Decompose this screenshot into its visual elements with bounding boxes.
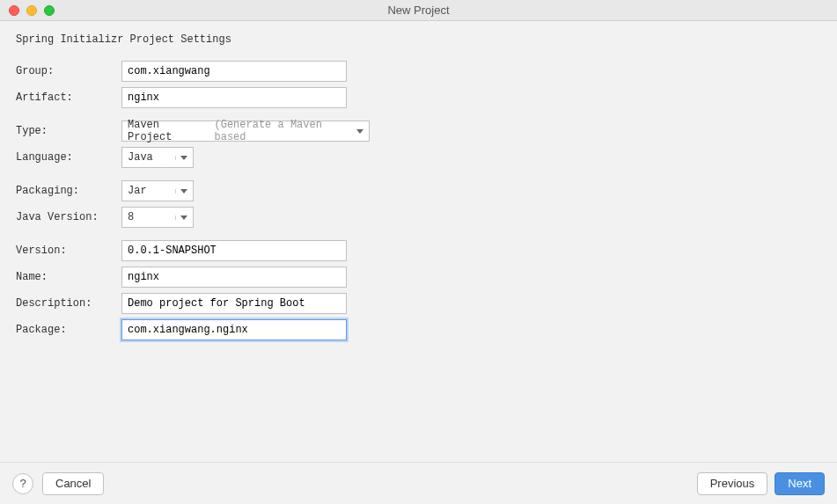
- window-controls: [9, 5, 55, 16]
- java-version-label: Java Version:: [16, 211, 121, 223]
- packaging-select-value: Jar: [128, 185, 147, 197]
- description-label: Description:: [16, 297, 121, 310]
- next-button[interactable]: Next: [775, 472, 825, 495]
- window-title: New Project: [9, 4, 828, 17]
- content-area: Spring Initializr Project Settings Group…: [0, 21, 837, 355]
- name-input[interactable]: [121, 267, 347, 288]
- language-label: Language:: [16, 151, 121, 164]
- version-input[interactable]: [121, 240, 347, 261]
- type-select-value: Maven Project: [128, 119, 208, 143]
- help-button[interactable]: ?: [12, 473, 33, 494]
- language-select[interactable]: Java: [121, 147, 194, 168]
- group-input[interactable]: [121, 61, 347, 82]
- footer: ? Cancel Previous Next: [0, 462, 837, 504]
- name-label: Name:: [16, 271, 121, 283]
- type-select-hint: (Generate a Maven based: [214, 119, 356, 143]
- version-label: Version:: [16, 245, 121, 257]
- cancel-button[interactable]: Cancel: [42, 472, 104, 495]
- packaging-label: Packaging:: [16, 185, 121, 197]
- java-version-select[interactable]: 8: [121, 207, 194, 228]
- group-label: Group:: [16, 65, 121, 77]
- chevron-down-icon: [180, 215, 187, 220]
- form: Group: Artifact: Type: Maven Project (Ge…: [16, 58, 821, 343]
- description-input[interactable]: [121, 293, 347, 314]
- previous-button[interactable]: Previous: [697, 472, 768, 495]
- artifact-label: Artifact:: [16, 91, 121, 104]
- type-select[interactable]: Maven Project (Generate a Maven based: [121, 121, 370, 142]
- maximize-icon[interactable]: [44, 5, 55, 16]
- package-label: Package:: [16, 324, 121, 336]
- chevron-down-icon: [356, 129, 363, 134]
- chevron-down-icon: [180, 189, 187, 194]
- packaging-select[interactable]: Jar: [121, 180, 194, 201]
- java-version-select-value: 8: [128, 211, 134, 223]
- language-select-value: Java: [128, 151, 153, 164]
- section-header: Spring Initializr Project Settings: [16, 33, 821, 46]
- chevron-down-icon: [180, 156, 187, 160]
- titlebar: New Project: [0, 0, 837, 21]
- package-input[interactable]: [121, 319, 347, 340]
- minimize-icon[interactable]: [26, 5, 37, 16]
- close-icon[interactable]: [9, 5, 19, 16]
- type-label: Type:: [16, 125, 121, 137]
- artifact-input[interactable]: [121, 87, 347, 108]
